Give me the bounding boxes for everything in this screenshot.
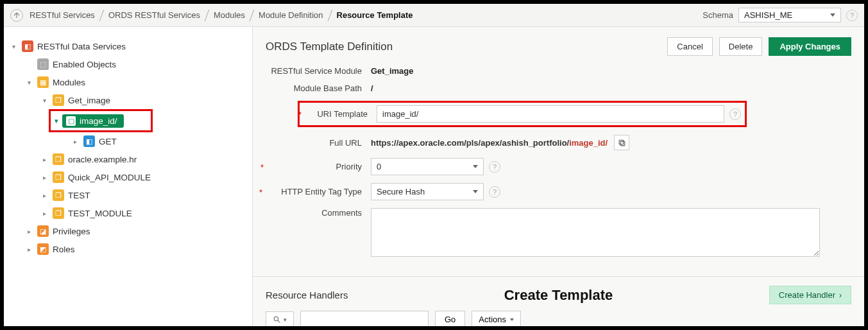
cancel-button[interactable]: Cancel — [667, 37, 712, 56]
svg-rect-0 — [620, 141, 625, 146]
full-url-value: https://apex.oracle.com/pls/apex/ashish_… — [371, 135, 629, 150]
resource-handlers-header: Resource Handlers Create Template Create… — [253, 276, 864, 311]
full-url-label: Full URL — [266, 138, 362, 148]
actions-label: Actions — [479, 315, 506, 324]
etag-select[interactable]: Secure Hash — [371, 183, 484, 200]
privileges-icon: ◪ — [37, 225, 49, 237]
expand-icon[interactable]: ▸ — [40, 155, 49, 164]
crumb-4: Resource Template — [337, 10, 413, 20]
template-icon: ▢ — [66, 116, 76, 126]
tree: ▾ ◧ RESTful Data Services ⬚ Enabled Obje… — [4, 37, 252, 258]
expand-icon[interactable]: ▸ — [71, 137, 80, 146]
tree-enabled-objects: ⬚ Enabled Objects — [4, 55, 252, 73]
expand-icon[interactable]: ▸ — [40, 173, 49, 182]
tree-modules-label[interactable]: Modules — [53, 78, 85, 87]
module-icon: ❒ — [53, 189, 64, 201]
full-url-suffix: image_id/ — [569, 138, 608, 148]
handlers-toolbar: ▾ Go Actions — [253, 311, 864, 326]
tree-root: ▾ ◧ RESTful Data Services ⬚ Enabled Obje… — [4, 37, 252, 258]
uri-template-label: URI Template — [303, 109, 368, 119]
chevron-right-icon: › — [839, 291, 842, 300]
tree-roles-label[interactable]: Roles — [53, 245, 75, 254]
full-url-prefix: https://apex.oracle.com/pls/apex/ashish_… — [371, 138, 569, 148]
tree-test-label[interactable]: TEST — [68, 191, 90, 200]
delete-button[interactable]: Delete — [719, 37, 763, 56]
expand-icon[interactable]: ▸ — [40, 209, 49, 218]
roles-icon: ◩ — [37, 243, 49, 255]
crumb-2[interactable]: Modules — [214, 10, 245, 20]
collapse-icon[interactable]: ▾ — [24, 78, 33, 87]
search-icon — [273, 315, 281, 324]
crumb-sep-icon — [250, 10, 255, 21]
help-icon[interactable]: ? — [489, 186, 500, 198]
module-icon: ❒ — [53, 207, 64, 219]
tree-get-image-label[interactable]: Get_image — [68, 96, 110, 105]
collapse-icon[interactable]: ▾ — [55, 117, 58, 125]
services-icon: ◧ — [22, 40, 33, 52]
schema-area: Schema ASHISH_ME ? — [702, 8, 858, 22]
tree-oracle-example-hr-label[interactable]: oracle.example.hr — [68, 155, 137, 164]
comments-textarea[interactable] — [371, 208, 820, 257]
module-icon: ❒ — [53, 171, 64, 183]
actions-button[interactable]: Actions — [472, 311, 521, 326]
up-button[interactable] — [10, 9, 23, 22]
create-handler-label: Create Handler — [779, 290, 835, 300]
expand-icon[interactable]: ▸ — [24, 227, 33, 236]
crumb-3[interactable]: Module Definition — [259, 10, 323, 20]
tree-get-handler: ▸ ◧ GET — [4, 132, 252, 150]
go-button[interactable]: Go — [435, 311, 465, 326]
tree-quick-api-label[interactable]: Quick_API_MODULE — [68, 173, 151, 182]
module-value: Get_image — [371, 66, 413, 76]
etag-value: Secure Hash — [377, 187, 425, 196]
help-icon[interactable]: ? — [729, 109, 741, 120]
sidebar: ▾ ◧ RESTful Data Services ⬚ Enabled Obje… — [4, 27, 253, 326]
tree-get-handler-label[interactable]: GET — [99, 137, 117, 146]
search-input[interactable] — [300, 311, 429, 326]
tree-modules: ▾ ▦ Modules ▾ ❒ Get_image — [4, 73, 252, 222]
tree-privileges-label[interactable]: Privileges — [53, 227, 90, 236]
enabled-objects-icon: ⬚ — [37, 58, 49, 70]
crumb-1[interactable]: ORDS RESTful Services — [108, 10, 200, 20]
form-area: RESTful Service Module Get_image Module … — [253, 66, 864, 272]
expand-icon[interactable]: ▸ — [24, 245, 33, 254]
page-title: ORDS Template Definition — [266, 40, 393, 53]
layout: ▾ ◧ RESTful Data Services ⬚ Enabled Obje… — [4, 27, 864, 326]
help-icon[interactable]: ? — [489, 161, 500, 173]
svg-line-3 — [278, 320, 280, 322]
uri-template-highlight: URI Template ? — [298, 101, 747, 127]
svg-rect-1 — [619, 140, 624, 144]
expand-icon[interactable]: ▸ — [40, 191, 49, 200]
tree-get-image: ▾ ❒ Get_image ▾ — [4, 91, 252, 150]
tree-enabled-objects-label[interactable]: Enabled Objects — [53, 60, 116, 69]
base-path-label: Module Base Path — [266, 83, 362, 93]
collapse-icon[interactable]: ▾ — [40, 96, 49, 105]
help-icon[interactable]: ? — [846, 10, 858, 21]
comments-label: Comments — [266, 208, 362, 218]
collapse-icon[interactable]: ▾ — [9, 42, 18, 51]
apply-changes-button[interactable]: Apply Changes — [769, 37, 851, 56]
tree-image-id: ▾ ▢ image_id/ — [4, 109, 252, 150]
tree-image-id-label: image_id/ — [80, 116, 117, 126]
module-label: RESTful Service Module — [266, 66, 362, 76]
priority-select[interactable]: 0 — [371, 158, 484, 175]
chevron-down-icon: ▾ — [284, 317, 287, 323]
priority-value: 0 — [377, 162, 381, 171]
tree-root-label[interactable]: RESTful Data Services — [37, 42, 126, 51]
module-icon: ❒ — [53, 153, 64, 165]
copy-url-button[interactable] — [614, 135, 629, 150]
crumb-sep-icon — [327, 10, 332, 21]
crumb-sep-icon — [205, 10, 210, 21]
main-header: ORDS Template Definition Cancel Delete A… — [253, 27, 864, 66]
crumb-0[interactable]: RESTful Services — [30, 10, 95, 20]
schema-value: ASHISH_ME — [744, 10, 792, 20]
svg-point-2 — [274, 317, 278, 321]
create-handler-button[interactable]: Create Handler › — [769, 286, 851, 304]
arrow-up-icon — [13, 12, 20, 19]
tree-selected-item[interactable]: ▢ image_id/ — [62, 114, 124, 128]
tree-test-module-label[interactable]: TEST_MODULE — [68, 209, 132, 218]
uri-template-input[interactable] — [377, 105, 724, 123]
module-icon: ❒ — [53, 94, 64, 106]
schema-select[interactable]: ASHISH_ME — [738, 8, 841, 22]
main-panel: ORDS Template Definition Cancel Delete A… — [253, 27, 864, 326]
search-column-button[interactable]: ▾ — [266, 311, 294, 326]
